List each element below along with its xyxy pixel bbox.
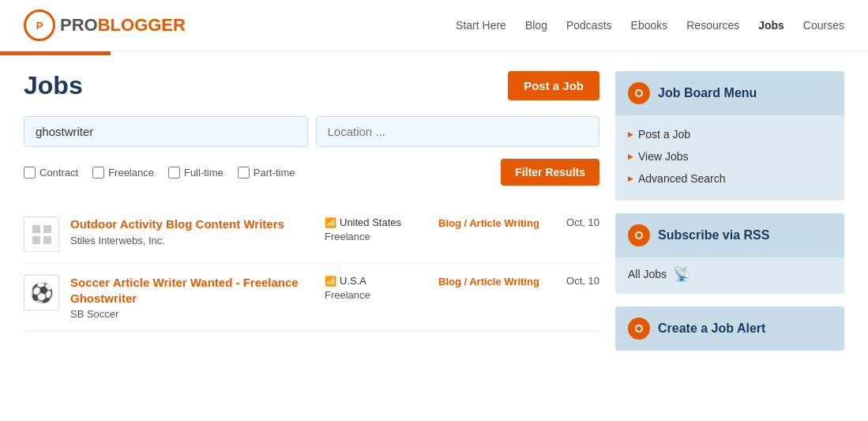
job-board-menu-icon [628, 82, 650, 104]
job-board-menu-section: Job Board Menu Post a Job View Jobs Adva… [615, 71, 844, 201]
svg-point-9 [637, 326, 641, 331]
svg-point-7 [637, 233, 641, 238]
parttime-filter[interactable]: Part-time [238, 167, 295, 179]
page-title: Jobs [24, 71, 83, 100]
table-row: ⚽ Soccer Article Writer Wanted - Freelan… [24, 264, 599, 332]
job-icon-grid [24, 216, 59, 252]
sidebar-link-post-job[interactable]: Post a Job [628, 123, 832, 145]
job-alert-section: Create a Job Alert [615, 306, 844, 351]
filter-row: Contract Freelance Full-time Part-time F… [24, 159, 599, 186]
sidebar-link-advanced-search[interactable]: Advanced Search [628, 167, 832, 190]
rss-section: Subscribe via RSS All Jobs 📡 [615, 213, 844, 294]
wifi-icon-1: 📶 [325, 217, 336, 228]
parttime-label: Part-time [254, 167, 295, 179]
job-board-menu-links: Post a Job View Jobs Advanced Search [615, 115, 844, 201]
sidebar: Job Board Menu Post a Job View Jobs Adva… [615, 71, 844, 363]
freelance-checkbox[interactable] [92, 167, 104, 179]
all-jobs-label: All Jobs [628, 268, 667, 280]
logo-text: PROBLOGGER [60, 15, 186, 36]
all-jobs-row: All Jobs 📡 [615, 257, 844, 294]
svg-rect-3 [43, 236, 51, 244]
job-details-2: Soccer Article Writer Wanted - Freelance… [70, 275, 314, 320]
job-type-2: Freelance [325, 289, 427, 301]
job-location-text-2: U.S.A [340, 275, 366, 287]
rss-feed-icon[interactable]: 📡 [673, 265, 690, 283]
fulltime-filter[interactable]: Full-time [168, 167, 224, 179]
nav-start-here[interactable]: Start Here [456, 19, 506, 32]
logo-blogger: BLOGGER [98, 15, 186, 35]
job-alert-header[interactable]: Create a Job Alert [615, 306, 844, 351]
job-board-menu-title: Job Board Menu [658, 86, 757, 100]
contract-checkbox[interactable] [24, 167, 36, 179]
fulltime-label: Full-time [184, 167, 224, 179]
nav-podcasts[interactable]: Podcasts [566, 19, 612, 32]
logo[interactable]: P PROBLOGGER [24, 9, 186, 41]
job-title-link-2[interactable]: Soccer Article Writer Wanted - Freelance… [70, 276, 299, 305]
main-container: Jobs Post a Job Contract Freelance Full-… [0, 55, 868, 379]
job-category-link-2[interactable]: Blog / Article Writing [438, 276, 539, 288]
job-icon-soccer: ⚽ [24, 275, 59, 310]
job-location-text-1: United States [340, 216, 401, 228]
job-meta-1: 📶 United States Freelance [325, 216, 427, 242]
jobs-header: Jobs Post a Job [24, 71, 599, 100]
post-job-button[interactable]: Post a Job [508, 71, 599, 100]
job-date-2: Oct, 10 [552, 275, 599, 287]
sidebar-link-view-jobs[interactable]: View Jobs [628, 145, 832, 167]
contract-filter[interactable]: Contract [24, 167, 78, 179]
job-location-1: 📶 United States [325, 216, 427, 228]
job-board-menu-header: Job Board Menu [615, 71, 844, 115]
location-input[interactable] [316, 116, 600, 147]
job-alert-icon [628, 318, 650, 340]
logo-circle: P [24, 9, 55, 41]
job-title-1: Outdoor Activity Blog Content Writers [70, 216, 314, 232]
rss-header: Subscribe via RSS [615, 213, 844, 257]
nav-courses[interactable]: Courses [803, 19, 844, 32]
job-company-2: SB Soccer [70, 308, 314, 320]
search-row [24, 116, 599, 147]
table-row: Outdoor Activity Blog Content Writers St… [24, 205, 599, 264]
site-header: P PROBLOGGER Start Here Blog Podcasts Eb… [0, 0, 868, 51]
job-date-1: Oct, 10 [552, 216, 599, 228]
job-category-1: Blog / Article Writing [438, 216, 541, 229]
logo-pro: PRO [60, 15, 98, 35]
nav-blog[interactable]: Blog [525, 19, 547, 32]
contract-label: Contract [39, 167, 78, 179]
job-alert-title: Create a Job Alert [658, 321, 765, 336]
content-area: Jobs Post a Job Contract Freelance Full-… [24, 71, 599, 363]
wifi-icon-2: 📶 [325, 276, 336, 287]
svg-rect-0 [32, 225, 40, 233]
svg-rect-1 [43, 225, 51, 233]
job-type-1: Freelance [325, 231, 427, 242]
job-category-2: Blog / Article Writing [438, 275, 541, 288]
main-nav: Start Here Blog Podcasts Ebooks Resource… [456, 19, 844, 32]
rss-icon [628, 224, 650, 246]
fulltime-checkbox[interactable] [168, 167, 180, 179]
freelance-label: Freelance [108, 167, 154, 179]
job-company-1: Stiles Interwebs, Inc. [70, 235, 314, 246]
freelance-filter[interactable]: Freelance [92, 167, 154, 179]
job-details-1: Outdoor Activity Blog Content Writers St… [70, 216, 314, 246]
job-title-link-1[interactable]: Outdoor Activity Blog Content Writers [70, 217, 284, 231]
rss-title: Subscribe via RSS [658, 228, 769, 242]
svg-point-5 [637, 91, 641, 96]
job-category-link-1[interactable]: Blog / Article Writing [438, 217, 539, 229]
job-meta-2: 📶 U.S.A Freelance [325, 275, 427, 301]
nav-jobs[interactable]: Jobs [758, 19, 784, 32]
job-location-2: 📶 U.S.A [325, 275, 427, 287]
search-input[interactable] [24, 116, 308, 147]
nav-resources[interactable]: Resources [686, 19, 739, 32]
nav-ebooks[interactable]: Ebooks [631, 19, 668, 32]
filter-results-button[interactable]: Filter Results [501, 159, 599, 186]
parttime-checkbox[interactable] [238, 167, 250, 179]
svg-rect-2 [32, 236, 40, 244]
job-title-2: Soccer Article Writer Wanted - Freelance… [70, 275, 314, 306]
